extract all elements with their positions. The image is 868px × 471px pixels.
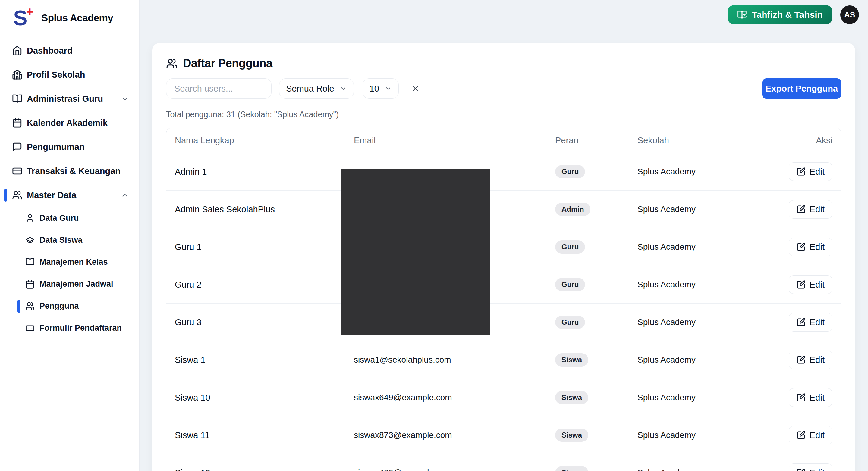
sidebar-subitem-manajemen-jadwal[interactable]: Manajemen Jadwal [0,273,139,295]
page-size-select[interactable]: 10 [363,78,399,99]
user-name: Siswa 10 [166,393,345,403]
sidebar-subitem-formulir-pendaftaran[interactable]: Formulir Pendaftaran [0,317,139,339]
role-badge: Admin [555,203,590,216]
user-name: Guru 1 [166,242,345,252]
sidebar-item-profil-sekolah[interactable]: Profil Sekolah [0,63,139,87]
edit-button[interactable]: Edit [789,313,832,332]
edit-icon [797,280,806,289]
sidebar-item-dashboard[interactable]: Dashboard [0,38,139,63]
role-badge: Guru [555,315,585,329]
user-name: Guru 3 [166,317,345,327]
edit-button[interactable]: Edit [789,200,832,218]
edit-icon [797,242,806,251]
form-input-icon [25,324,35,333]
user-school: Splus Academy [629,242,753,252]
sidebar-subitem-data-siswa[interactable]: Data Siswa [0,229,139,251]
school-icon [12,70,22,80]
sidebar-subitem-pengguna[interactable]: Pengguna [0,295,139,317]
edit-icon [797,205,806,214]
user-name: Admin Sales SekolahPlus [166,204,345,214]
role-badge: Siswa [555,429,588,442]
role-badge: Guru [555,278,585,291]
page-title: Daftar Pengguna [183,57,273,70]
sidebar-subitem-data-guru[interactable]: Data Guru [0,207,139,229]
edit-icon [797,318,806,327]
table-row: Siswa 10 siswax649@example.com Siswa Spl… [166,379,841,416]
column-header-peran: Peran [547,136,629,145]
x-icon [411,84,420,93]
role-badge: Guru [555,240,585,254]
role-badge: Guru [555,165,585,178]
sidebar-item-master-data[interactable]: Master Data [0,183,139,207]
home-icon [12,45,22,56]
edit-button[interactable]: Edit [789,388,832,407]
chevron-down-icon [384,85,392,92]
column-header-aksi: Aksi [753,136,841,145]
table-row: Admin 1 Guru Splus Academy Edit [166,153,841,191]
topbar: Tahfizh & Tahsin AS [139,0,868,30]
brand-name: Splus Academy [41,12,113,24]
sidebar-item-pengumuman[interactable]: Pengumuman [0,135,139,159]
active-indicator [4,189,7,202]
avatar[interactable]: AS [840,5,859,24]
chevron-up-icon [121,191,129,199]
edit-icon [797,356,806,364]
table-row: Guru 3 Guru Splus Academy Edit [166,304,841,341]
role-badge: Siswa [555,353,588,367]
user-email: siswax400@example.com [345,468,547,471]
users-icon [25,301,35,311]
sidebar-subitem-manajemen-kelas[interactable]: Manajemen Kelas [0,251,139,273]
column-header-nama: Nama Lengkap [166,136,345,145]
user-icon [25,213,35,223]
user-email: siswa1@sekolahplus.com [345,355,547,365]
total-users-text: Total pengguna: 31 (Sekolah: "Splus Acad… [166,110,841,119]
redaction-overlay [341,169,490,335]
book-open-check-icon [737,10,747,20]
role-badge: Siswa [555,391,588,404]
edit-button[interactable]: Edit [789,350,832,369]
brand-logo: S + Splus Academy [0,0,139,31]
edit-button[interactable]: Edit [789,275,832,294]
search-input[interactable] [166,78,272,99]
chevron-down-icon [121,95,129,103]
master-data-submenu: Data Guru Data Siswa Manajemen Kelas Man… [0,207,139,339]
edit-button[interactable]: Edit [789,426,832,444]
sidebar-item-transaksi-keuangan[interactable]: Transaksi & Keuangan [0,159,139,183]
credit-card-icon [12,166,22,176]
table-row: Siswa 11 siswax873@example.com Siswa Spl… [166,416,841,454]
user-school: Splus Academy [629,468,753,471]
graduation-cap-icon [25,236,35,245]
edit-icon [797,393,806,402]
user-school: Splus Academy [629,280,753,290]
role-filter-select[interactable]: Semua Role [279,78,354,99]
users-icon [166,58,178,69]
column-header-email: Email [345,136,547,145]
user-school: Splus Academy [629,317,753,327]
edit-button[interactable]: Edit [789,162,832,181]
sidebar: S + Splus Academy Dashboard Profil Sekol… [0,0,140,471]
edit-button[interactable]: Edit [789,238,832,256]
active-indicator [18,300,21,313]
edit-icon [797,431,806,440]
sidebar-nav: Dashboard Profil Sekolah Administrasi Gu… [0,31,139,339]
user-name: Admin 1 [166,167,345,177]
user-school: Splus Academy [629,355,753,365]
page-title-row: Daftar Pengguna [166,57,841,70]
user-name: Guru 2 [166,280,345,290]
export-pengguna-button[interactable]: Export Pengguna [762,78,841,99]
tahfizh-tahsin-button[interactable]: Tahfizh & Tahsin [727,5,832,24]
user-name: Siswa 1 [166,355,345,365]
user-email: siswax873@example.com [345,430,547,440]
sidebar-item-administrasi-guru[interactable]: Administrasi Guru [0,87,139,111]
splus-logo-icon: S + [13,8,33,28]
sidebar-item-kalender-akademik[interactable]: Kalender Akademik [0,111,139,135]
calendar-icon [12,118,22,128]
user-school: Splus Academy [629,430,753,440]
edit-button[interactable]: Edit [789,464,832,471]
user-list-card: Daftar Pengguna Semua Role 10 Export Pen… [152,43,855,471]
clear-filters-button[interactable] [408,81,422,96]
users-icon [12,190,22,200]
user-email: siswax649@example.com [345,393,547,402]
filter-row: Semua Role 10 Export Pengguna [166,78,841,99]
book-open-icon [12,94,22,104]
